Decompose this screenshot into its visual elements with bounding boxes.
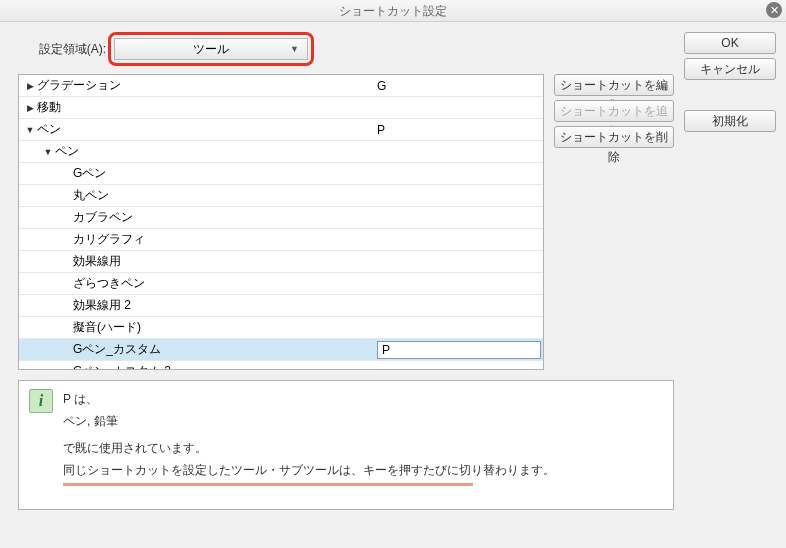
shortcut-tree[interactable]: ▶グラデーションG▶移動▼ペンP▼ペンGペン丸ペンカブラペンカリグラフィ効果線用… [18,74,544,370]
tree-row[interactable]: 丸ペン [19,185,543,207]
disclosure-icon[interactable]: ▶ [25,103,35,113]
area-dropdown-value: ツール [193,41,229,58]
tree-row-label: Gペン_カスタム 2 [71,363,373,370]
tree-row-label: ざらつきペン [71,275,373,292]
tree-row[interactable]: ▶移動 [19,97,543,119]
chevron-down-icon: ▼ [290,44,299,54]
tree-row-label: ペン [35,121,373,138]
add-shortcut-button: ショートカットを追加 [554,100,674,122]
edit-shortcut-button[interactable]: ショートカットを編集 [554,74,674,96]
tree-row[interactable]: Gペン [19,163,543,185]
ok-button[interactable]: OK [684,32,776,54]
tree-row[interactable]: ▼ペンP [19,119,543,141]
disclosure-icon[interactable]: ▼ [25,125,35,135]
area-field-row: 設定領域(A): ツール ▼ [18,32,674,66]
delete-shortcut-button[interactable]: ショートカットを削除 [554,126,674,148]
tree-row[interactable]: カブラペン [19,207,543,229]
tree-row-label: 効果線用 2 [71,297,373,314]
reset-button[interactable]: 初期化 [684,110,776,132]
tree-row[interactable]: ▼ペン [19,141,543,163]
tree-row-label: 丸ペン [71,187,373,204]
tree-row[interactable]: 効果線用 2 [19,295,543,317]
tree-row[interactable]: Gペン_カスタム [19,339,543,361]
info-line-1a: P は、 [63,389,663,411]
tree-row[interactable]: 擬音(ハード) [19,317,543,339]
tree-row-shortcut[interactable] [373,341,543,359]
info-pane: i P は、 ペン, 鉛筆 で既に使用されています。 同じショートカットを設定し… [18,380,674,510]
cancel-button[interactable]: キャンセル [684,58,776,80]
disclosure-icon[interactable]: ▼ [43,147,53,157]
shortcut-input[interactable] [377,341,541,359]
tree-row-label: カブラペン [71,209,373,226]
area-dropdown-highlight: ツール ▼ [108,32,314,66]
info-icon: i [29,389,53,413]
tree-row-label: Gペン_カスタム [71,341,373,358]
tree-row-shortcut: P [373,123,543,137]
tree-row[interactable]: ざらつきペン [19,273,543,295]
tree-row[interactable]: ▶グラデーションG [19,75,543,97]
tree-row-shortcut: G [373,79,543,93]
info-line-3: 同じショートカットを設定したツール・サブツールは、キーを押すたびに切り替わります… [63,463,555,477]
tree-row[interactable]: Gペン_カスタム 2 [19,361,543,370]
disclosure-icon[interactable]: ▶ [25,81,35,91]
info-line-2: で既に使用されています。 [63,441,207,455]
area-field-label: 設定領域(A): [18,41,108,58]
tree-row-label: Gペン [71,165,373,182]
tree-row[interactable]: カリグラフィ [19,229,543,251]
info-line-1b: ペン, 鉛筆 [63,411,663,433]
area-dropdown[interactable]: ツール ▼ [114,38,308,60]
tree-row[interactable]: 効果線用 [19,251,543,273]
dialog-titlebar: ショートカット設定 ✕ [0,0,786,22]
tree-row-label: 移動 [35,99,373,116]
tree-row-label: ペン [53,143,373,160]
tree-row-label: グラデーション [35,77,373,94]
tree-row-label: 効果線用 [71,253,373,270]
info-underline [63,483,473,486]
dialog-title: ショートカット設定 [339,4,447,18]
tree-row-label: 擬音(ハード) [71,319,373,336]
close-icon[interactable]: ✕ [766,2,782,18]
tree-row-label: カリグラフィ [71,231,373,248]
